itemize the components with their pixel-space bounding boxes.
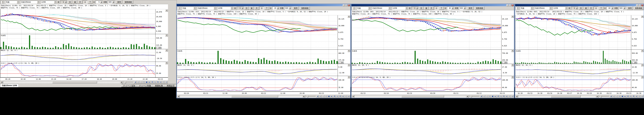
magnify-button[interactable]: ⊕	[505, 95, 508, 97]
volume-chart[interactable]	[0, 34, 156, 49]
zoom-slider-handle[interactable]	[470, 96, 472, 97]
spin-grip-icon[interactable]: ◢	[611, 7, 613, 9]
chart-menu-combo[interactable]: ▼	[352, 7, 356, 10]
d-mode-button[interactable]: D	[626, 95, 629, 97]
scrollbar-track[interactable]	[3, 81, 120, 83]
fit-button[interactable]: ✛	[618, 95, 621, 97]
r-mode-button[interactable]: R	[156, 81, 159, 83]
jump-latest-button[interactable]: ➡	[511, 95, 514, 97]
fit-button[interactable]: ✛	[142, 81, 145, 83]
minutes-stepper[interactable]: 5◢	[96, 1, 103, 4]
zoom-slider-handle[interactable]	[600, 96, 602, 97]
spin-grip-icon[interactable]: ◢	[452, 7, 454, 9]
bar-interval-stepper[interactable]: 1◢	[571, 7, 578, 10]
monthly-button[interactable]: 月	[254, 7, 259, 10]
pane-menu-button[interactable]: ▼	[165, 62, 168, 64]
bar-interval-stepper[interactable]: 1◢	[60, 1, 67, 4]
screen-settings-button[interactable]: 画面設定	[165, 84, 176, 87]
spin-grip-icon[interactable]: ◢	[289, 7, 291, 9]
daily-button[interactable]: 日	[419, 7, 424, 10]
scroll-left-button[interactable]: ◀	[177, 95, 180, 97]
maximize-button[interactable]: □	[639, 4, 641, 6]
pane-menu-button[interactable]: ▼	[511, 76, 514, 78]
multi-symbol-button[interactable]: 複数銘柄	[123, 1, 133, 4]
step-left-button[interactable]: ◀	[316, 95, 319, 97]
bar-interval-stepper[interactable]: 1◢	[237, 7, 244, 10]
spin-grip-icon[interactable]: ◢	[464, 7, 466, 9]
spin-grip-icon[interactable]: ◢	[416, 7, 418, 9]
maximize-button[interactable]: □	[345, 4, 348, 6]
zoom-in-button[interactable]: +	[483, 95, 486, 97]
pane-menu-button[interactable]: ▼	[641, 76, 644, 78]
instrument-combo[interactable]: 日経225mini▼	[197, 7, 216, 10]
stop-button[interactable]: ■	[491, 95, 494, 97]
volume-chart[interactable]	[177, 50, 338, 64]
scrollbar-track[interactable]	[518, 95, 596, 97]
pane-menu-button[interactable]: ▼	[348, 50, 350, 52]
zoom-slider-handle[interactable]	[124, 81, 126, 83]
monthly-button[interactable]: 月	[429, 7, 434, 10]
close-button[interactable]: ✕	[512, 4, 514, 6]
d-mode-button[interactable]: D	[333, 95, 336, 97]
play-button[interactable]: ▶	[624, 95, 626, 97]
spin-grip-icon[interactable]: ◢	[112, 1, 114, 3]
scrollbar-thumb[interactable]	[551, 95, 580, 97]
minutes-stepper[interactable]: 60◢	[607, 7, 614, 10]
instrument-combo[interactable]: 日経225mini▼	[534, 7, 552, 10]
macd-chart[interactable]	[0, 49, 156, 62]
zoom-slider[interactable]	[124, 81, 133, 83]
apply-button[interactable]: 適用	[292, 7, 299, 10]
zoom-out-button[interactable]: −	[486, 95, 488, 97]
weekly-button[interactable]: 週	[250, 7, 254, 10]
spin-grip-icon[interactable]: ◢	[241, 7, 244, 9]
multi-symbol-button[interactable]: 複数銘柄	[634, 7, 643, 10]
minute-button[interactable]: 分	[594, 7, 598, 10]
tick-button[interactable]: T	[88, 1, 92, 4]
contract-month-combo[interactable]: 12/06▼	[217, 7, 234, 10]
magnify-button[interactable]: ⊕	[342, 95, 344, 97]
tab-nikkei225mini-1206[interactable]: 日経225mini 12/06	[0, 84, 18, 87]
instrument-combo[interactable]: 日経225mini▼	[20, 1, 40, 4]
multi-symbol-button[interactable]: 複数銘柄	[475, 7, 484, 10]
pane-menu-button[interactable]: ▼	[641, 64, 644, 66]
minutes-stepper[interactable]: 15◢	[272, 7, 279, 10]
zoom-out-button[interactable]: −	[615, 95, 618, 97]
weekly-button[interactable]: 週	[424, 7, 428, 10]
d-mode-button[interactable]: D	[151, 81, 154, 83]
pane-menu-button[interactable]: ▼	[165, 49, 168, 52]
pane-menu-button[interactable]: ▼	[348, 64, 350, 66]
instrument-type-combo[interactable]: 先物▼	[356, 7, 371, 10]
scrollbar-track[interactable]	[180, 95, 302, 97]
candlestick-chart[interactable]	[177, 15, 338, 49]
switch-screen-button[interactable]: 画面転換	[153, 84, 165, 87]
daily-button[interactable]: 日	[579, 7, 583, 10]
bar-count-stepper[interactable]: 500◢	[619, 7, 626, 10]
pane-menu-button[interactable]: ▼	[165, 9, 168, 12]
clear-button[interactable]: ✕	[638, 95, 640, 97]
scrollbar-track[interactable]	[354, 95, 466, 97]
scroll-left-button[interactable]: ◀	[352, 95, 354, 97]
contract-month-combo[interactable]: 12/06▼	[392, 7, 408, 10]
scroll-right-button[interactable]: ▶	[303, 95, 305, 97]
magnify-button[interactable]: ⊕	[635, 95, 638, 97]
pane-menu-button[interactable]: ▼	[511, 16, 514, 18]
zoom-slider[interactable]	[470, 96, 479, 97]
instrument-type-combo[interactable]: 先物▼	[5, 1, 20, 4]
l-mode-button[interactable]: L	[630, 95, 632, 97]
scroll-right-button[interactable]: ▶	[466, 95, 469, 97]
chart-menu-combo[interactable]: ▼	[516, 7, 519, 10]
zoom-in-button[interactable]: +	[319, 95, 322, 97]
clear-button[interactable]: ✕	[162, 81, 165, 83]
volume-chart[interactable]	[352, 50, 502, 64]
minute-button[interactable]: 分	[83, 1, 87, 4]
window-titlebar[interactable]: _ □ ✕	[177, 4, 350, 6]
step-left-button[interactable]: ◀	[610, 95, 612, 97]
zoom-in-button[interactable]: +	[612, 95, 615, 97]
macd-chart[interactable]	[352, 64, 502, 76]
zoom-in-button[interactable]: +	[137, 81, 140, 83]
fit-button[interactable]: ✛	[325, 95, 327, 97]
stop-button[interactable]: ■	[621, 95, 624, 97]
play-button[interactable]: ▶	[494, 95, 497, 97]
pane-menu-button[interactable]: ▼	[511, 50, 514, 52]
tick-button[interactable]: T	[599, 7, 604, 10]
